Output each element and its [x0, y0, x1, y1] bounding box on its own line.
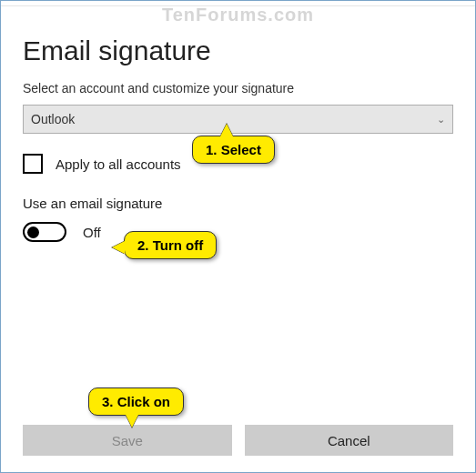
toggle-knob: [27, 226, 39, 238]
signature-toggle[interactable]: [23, 222, 66, 242]
window-topbar: [1, 1, 475, 6]
chevron-down-icon: ⌄: [437, 114, 445, 126]
use-signature-label: Use an email signature: [23, 196, 453, 211]
save-button[interactable]: Save: [23, 425, 232, 456]
callout-click-on-text: 3. Click on: [102, 394, 170, 409]
callout-select-text: 1. Select: [206, 142, 261, 157]
callout-tail-icon: [220, 124, 233, 136]
callout-tail-icon: [112, 241, 125, 254]
account-select[interactable]: Outlook ⌄: [23, 105, 453, 134]
callout-tail-icon: [126, 415, 138, 428]
watermark-text: TenForums.com: [162, 5, 314, 25]
cancel-button[interactable]: Cancel: [245, 425, 454, 456]
callout-click-on: 3. Click on: [88, 387, 184, 416]
page-subtitle: Select an account and customize your sig…: [23, 81, 453, 96]
apply-all-checkbox[interactable]: [23, 154, 43, 174]
callout-turn-off: 2. Turn off: [124, 231, 217, 259]
callout-turn-off-text: 2. Turn off: [137, 237, 203, 253]
callout-select: 1. Select: [192, 136, 275, 164]
signature-toggle-state: Off: [83, 225, 101, 240]
account-select-value: Outlook: [31, 112, 75, 126]
page-title: Email signature: [23, 35, 453, 66]
apply-all-label: Apply to all accounts: [56, 156, 181, 172]
settings-pane: TenForums.com Email signature Select an …: [0, 0, 476, 473]
